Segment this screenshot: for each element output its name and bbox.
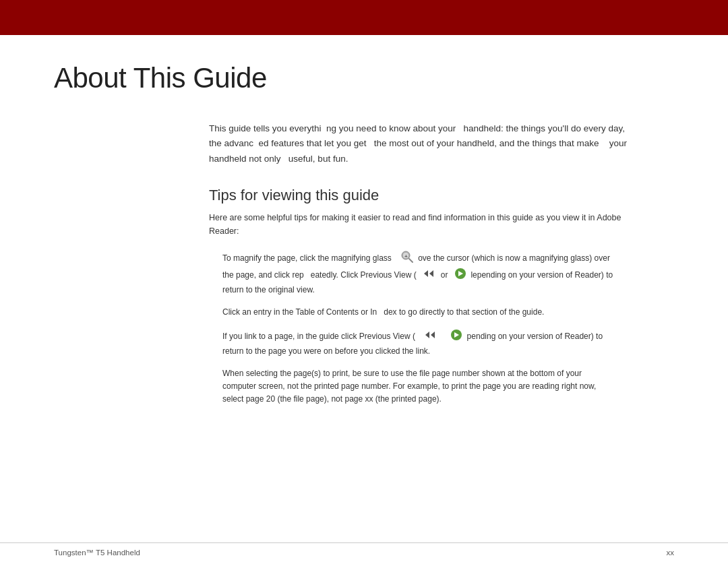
svg-marker-5 [429,270,433,277]
green-circle-icon-2 [450,329,462,345]
svg-marker-9 [431,332,435,338]
page-title: About This Guide [54,62,674,94]
intro-section: This guide tells you everythi ng you nee… [209,121,674,166]
back-arrow-icon-2 [424,330,437,344]
svg-text:+: + [404,253,408,259]
tips-section: Here are some helpful tips for making it… [209,211,674,416]
magnify-icon: + [400,250,414,268]
tip-item-1: To magnify the page, click the magnifyin… [209,250,613,297]
back-arrow-icon-1 [423,269,436,282]
tip-item-2: Click an entry in the Table of Contents … [209,306,613,319]
main-content: About This Guide This guide tells you ev… [0,35,728,542]
svg-line-2 [409,259,413,262]
page-wrapper: About This Guide This guide tells you ev… [0,0,728,562]
footer-right-text: xx [667,549,675,557]
tip-item-4: When selecting the page(s) to print, be … [209,367,613,406]
tips-section-title: Tips for viewing this guide [209,187,674,204]
tips-description: Here are some helpful tips for making it… [209,211,627,238]
content-area: About This Guide This guide tells you ev… [0,35,728,562]
green-circle-icon-1 [454,268,466,284]
footer-left-text: Tungsten™ T5 Handheld [54,549,140,557]
tip-item-3: If you link to a page, in the guide clic… [209,329,613,358]
svg-marker-4 [424,270,428,277]
svg-marker-8 [425,332,429,338]
top-bar [0,0,728,35]
footer-bar: Tungsten™ T5 Handheld xx [0,542,728,562]
intro-text: This guide tells you everythi ng you nee… [209,121,627,166]
